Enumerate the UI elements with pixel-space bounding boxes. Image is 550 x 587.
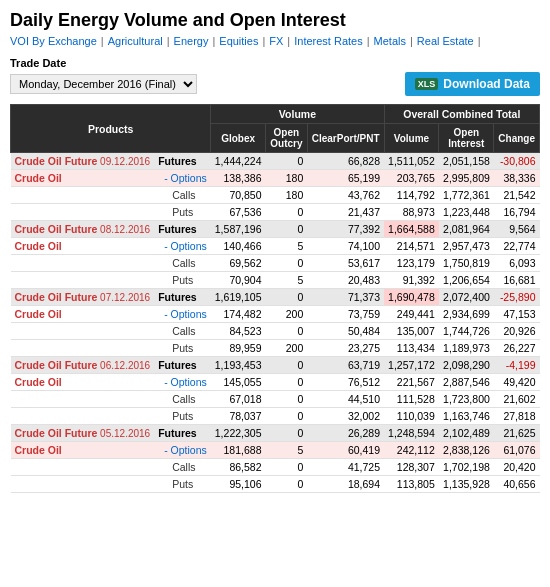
table-row: Puts78,037032,002110,0391,163,74627,818 <box>11 408 540 425</box>
col-volume: Volume <box>384 124 439 153</box>
cell-globex: 174,482 <box>211 306 266 323</box>
cell-open_outcry: 0 <box>266 204 308 221</box>
cell-open_outcry: 0 <box>266 153 308 170</box>
cell-open_interest: 2,072,400 <box>439 289 494 306</box>
cell-globex: 1,193,453 <box>211 357 266 374</box>
cell-change: 40,656 <box>494 476 540 493</box>
table-row: Calls67,018044,510111,5281,723,80021,602 <box>11 391 540 408</box>
cell-open_outcry: 200 <box>266 340 308 357</box>
cell-open_interest: 1,189,973 <box>439 340 494 357</box>
cell-change: 26,227 <box>494 340 540 357</box>
cell-open_outcry: 0 <box>266 357 308 374</box>
col-overall-group: Overall Combined Total <box>384 105 539 124</box>
cell-globex: 138,386 <box>211 170 266 187</box>
cell-product: Crude Oil <box>11 442 155 459</box>
cell-volume: 1,690,478 <box>384 289 439 306</box>
table-row: Puts70,904520,48391,3921,206,65416,681 <box>11 272 540 289</box>
table-row: Crude Oil Future 08.12.2016Futures1,587,… <box>11 221 540 238</box>
cell-globex: 78,037 <box>211 408 266 425</box>
cell-open_outcry: 0 <box>266 289 308 306</box>
cell-open_interest: 2,957,473 <box>439 238 494 255</box>
cell-volume: 113,805 <box>384 476 439 493</box>
cell-globex: 1,444,224 <box>211 153 266 170</box>
col-products: Products <box>11 105 211 153</box>
nav-energy[interactable]: Energy <box>174 35 209 47</box>
table-row: Crude Oil- Options140,466574,100214,5712… <box>11 238 540 255</box>
cell-volume: 111,528 <box>384 391 439 408</box>
cell-globex: 86,582 <box>211 459 266 476</box>
cell-open_outcry: 5 <box>266 442 308 459</box>
cell-open_interest: 2,838,126 <box>439 442 494 459</box>
cell-clearport: 74,100 <box>307 238 384 255</box>
cell-clearport: 18,694 <box>307 476 384 493</box>
date-select-container: Monday, December 2016 (Final) <box>10 74 197 94</box>
cell-open_interest: 1,772,361 <box>439 187 494 204</box>
table-row: Calls70,85018043,762114,7921,772,36121,5… <box>11 187 540 204</box>
date-select[interactable]: Monday, December 2016 (Final) <box>10 74 197 94</box>
cell-type: Calls <box>154 323 211 340</box>
cell-type: - Options <box>154 374 211 391</box>
cell-clearport: 63,719 <box>307 357 384 374</box>
table-row: Puts89,95920023,275113,4341,189,97326,22… <box>11 340 540 357</box>
cell-product: Crude Oil <box>11 374 155 391</box>
cell-open_interest: 1,744,726 <box>439 323 494 340</box>
cell-change: -30,806 <box>494 153 540 170</box>
page-title: Daily Energy Volume and Open Interest <box>10 10 540 31</box>
cell-change: 20,420 <box>494 459 540 476</box>
nav-metals[interactable]: Metals <box>374 35 406 47</box>
cell-open_interest: 2,081,964 <box>439 221 494 238</box>
cell-type: Calls <box>154 187 211 204</box>
cell-volume: 123,179 <box>384 255 439 272</box>
cell-change: 38,336 <box>494 170 540 187</box>
cell-open_outcry: 0 <box>266 459 308 476</box>
cell-clearport: 20,483 <box>307 272 384 289</box>
cell-globex: 181,688 <box>211 442 266 459</box>
cell-change: 22,774 <box>494 238 540 255</box>
cell-change: 21,542 <box>494 187 540 204</box>
cell-clearport: 23,275 <box>307 340 384 357</box>
nav-agricultural[interactable]: Agricultural <box>108 35 163 47</box>
nav-equities[interactable]: Equities <box>219 35 258 47</box>
cell-volume: 88,973 <box>384 204 439 221</box>
download-button[interactable]: XLS Download Data <box>405 72 540 96</box>
cell-change: -4,199 <box>494 357 540 374</box>
cell-open_outcry: 5 <box>266 238 308 255</box>
cell-open_outcry: 5 <box>266 272 308 289</box>
download-button-label: Download Data <box>443 77 530 91</box>
page-wrapper: Daily Energy Volume and Open Interest VO… <box>0 0 550 503</box>
cell-type: Puts <box>154 476 211 493</box>
cell-open_interest: 1,135,928 <box>439 476 494 493</box>
cell-volume: 214,571 <box>384 238 439 255</box>
table-row: Crude Oil- Options145,055076,512221,5672… <box>11 374 540 391</box>
cell-change: 16,681 <box>494 272 540 289</box>
nav-interest-rates[interactable]: Interest Rates <box>294 35 362 47</box>
cell-globex: 67,536 <box>211 204 266 221</box>
cell-clearport: 76,512 <box>307 374 384 391</box>
cell-product <box>11 391 155 408</box>
cell-open_outcry: 0 <box>266 221 308 238</box>
cell-product: Crude Oil <box>11 306 155 323</box>
cell-volume: 135,007 <box>384 323 439 340</box>
xls-badge: XLS <box>415 78 439 90</box>
table-row: Crude Oil Future 09.12.2016Futures1,444,… <box>11 153 540 170</box>
cell-globex: 95,106 <box>211 476 266 493</box>
table-row: Crude Oil- Options181,688560,419242,1122… <box>11 442 540 459</box>
nav-real-estate[interactable]: Real Estate <box>417 35 474 47</box>
table-row: Crude Oil- Options174,48220073,759249,44… <box>11 306 540 323</box>
nav-fx[interactable]: FX <box>269 35 283 47</box>
cell-type: Futures <box>154 357 211 374</box>
cell-volume: 1,664,588 <box>384 221 439 238</box>
table-row: Calls84,523050,484135,0071,744,72620,926 <box>11 323 540 340</box>
cell-change: 21,602 <box>494 391 540 408</box>
cell-type: Futures <box>154 221 211 238</box>
table-row: Crude Oil Future 05.12.2016Futures1,222,… <box>11 425 540 442</box>
cell-product <box>11 323 155 340</box>
cell-product <box>11 459 155 476</box>
table-row: Crude Oil- Options138,38618065,199203,76… <box>11 170 540 187</box>
col-clearport: ClearPort/PNT <box>307 124 384 153</box>
col-globex: Globex <box>211 124 266 153</box>
cell-volume: 242,112 <box>384 442 439 459</box>
nav-voi-by-exchange[interactable]: VOI By Exchange <box>10 35 97 47</box>
cell-clearport: 71,373 <box>307 289 384 306</box>
cell-type: Puts <box>154 340 211 357</box>
